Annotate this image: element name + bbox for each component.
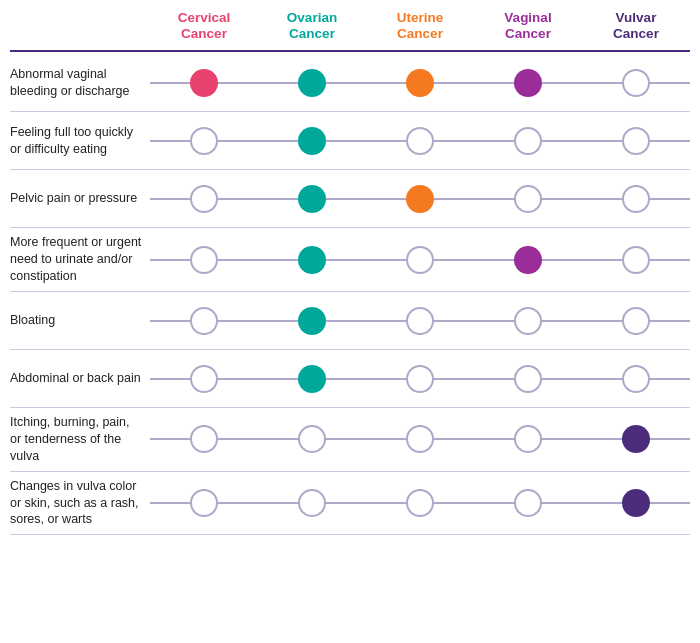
circle-ovarian [298,127,326,155]
circle-ovarian [298,489,326,517]
cell-vulvar [582,185,690,213]
circle-uterine [406,365,434,393]
symptom-label: Abdominal or back pain [10,364,150,393]
header-divider [10,50,690,52]
cells [150,185,690,213]
circle-ovarian [298,307,326,335]
circle-vaginal [514,307,542,335]
cell-ovarian [258,185,366,213]
circle-cervical [190,489,218,517]
symptom-label: More frequent or urgent need to urinate … [10,228,150,291]
cells [150,307,690,335]
cell-ovarian [258,425,366,453]
symptom-row: Feeling full too quickly or difficulty e… [10,112,690,170]
cell-uterine [366,185,474,213]
circle-ovarian [298,425,326,453]
cell-cervical [150,185,258,213]
circle-vaginal [514,185,542,213]
cell-vaginal [474,425,582,453]
cell-vulvar [582,489,690,517]
symptom-row: Abdominal or back pain [10,350,690,408]
circle-ovarian [298,365,326,393]
symptom-label: Changes in vulva color or skin, such as … [10,472,150,535]
circle-uterine [406,425,434,453]
circle-cervical [190,185,218,213]
circle-vulvar [622,246,650,274]
circle-ovarian [298,69,326,97]
circle-cervical [190,425,218,453]
circle-uterine [406,246,434,274]
circle-vaginal [514,127,542,155]
cell-ovarian [258,307,366,335]
cell-cervical [150,425,258,453]
circle-vulvar [622,127,650,155]
circle-uterine [406,127,434,155]
cell-vaginal [474,307,582,335]
symptom-label: Pelvic pain or pressure [10,184,150,213]
circle-vulvar [622,185,650,213]
cell-vulvar [582,246,690,274]
rows-container: Abnormal vaginal bleeding or dischargeFe… [10,54,690,535]
circle-cervical [190,307,218,335]
cell-vulvar [582,365,690,393]
symptom-label: Abnormal vaginal bleeding or discharge [10,60,150,106]
cell-vaginal [474,127,582,155]
circle-vulvar [622,69,650,97]
cell-vulvar [582,127,690,155]
cell-ovarian [258,365,366,393]
cells [150,69,690,97]
header-vaginal: VaginalCancer [474,10,582,46]
cells [150,127,690,155]
symptom-row: Bloating [10,292,690,350]
circle-cervical [190,127,218,155]
cell-uterine [366,425,474,453]
circle-vulvar [622,489,650,517]
circle-vaginal [514,246,542,274]
cell-vulvar [582,425,690,453]
symptom-label: Feeling full too quickly or difficulty e… [10,118,150,164]
cell-cervical [150,307,258,335]
cell-cervical [150,246,258,274]
cells [150,246,690,274]
cells [150,365,690,393]
header-uterine: UterineCancer [366,10,474,46]
circle-uterine [406,307,434,335]
cell-vulvar [582,69,690,97]
circle-ovarian [298,185,326,213]
cancer-headers: CervicalCancer OvarianCancer UterineCanc… [150,10,690,46]
cell-cervical [150,489,258,517]
cell-uterine [366,69,474,97]
circle-cervical [190,69,218,97]
cell-uterine [366,127,474,155]
cell-vaginal [474,69,582,97]
cell-vaginal [474,489,582,517]
cell-ovarian [258,127,366,155]
cell-uterine [366,489,474,517]
circle-vulvar [622,307,650,335]
header-cervical: CervicalCancer [150,10,258,46]
header-row: CervicalCancer OvarianCancer UterineCanc… [10,10,690,46]
circle-vaginal [514,365,542,393]
header-ovarian: OvarianCancer [258,10,366,46]
cell-uterine [366,307,474,335]
symptom-row: Changes in vulva color or skin, such as … [10,472,690,536]
circle-vulvar [622,425,650,453]
cell-uterine [366,246,474,274]
cell-uterine [366,365,474,393]
cells [150,425,690,453]
cell-vaginal [474,246,582,274]
cell-cervical [150,127,258,155]
symptom-label: Itching, burning, pain, or tenderness of… [10,408,150,471]
circle-uterine [406,69,434,97]
header-vulvar: VulvarCancer [582,10,690,46]
symptom-row: Pelvic pain or pressure [10,170,690,228]
circle-vaginal [514,69,542,97]
circle-vaginal [514,425,542,453]
symptom-label: Bloating [10,306,150,335]
circle-cervical [190,246,218,274]
cell-vaginal [474,365,582,393]
circle-vaginal [514,489,542,517]
cell-vaginal [474,185,582,213]
circle-uterine [406,185,434,213]
cell-cervical [150,365,258,393]
